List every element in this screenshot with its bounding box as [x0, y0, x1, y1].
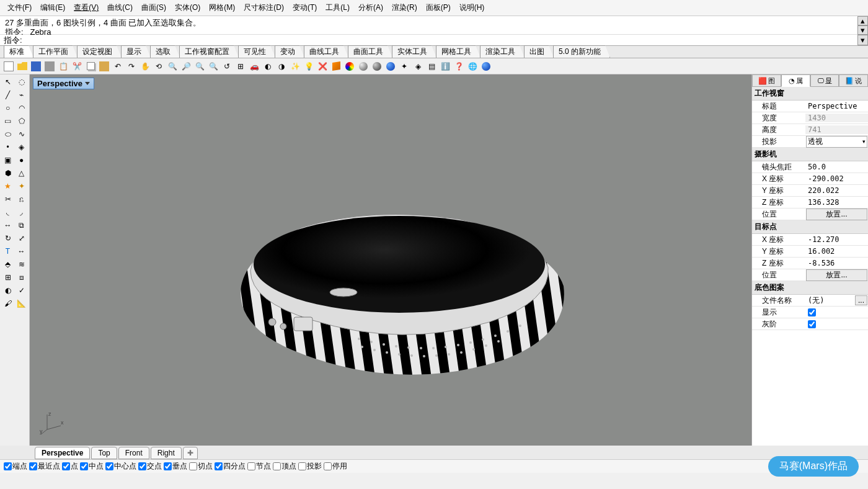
osnap-end[interactable]: 端点 [4, 461, 27, 472]
fillet-icon[interactable]: ◟ [1, 206, 14, 218]
osnap-point[interactable]: 点 [62, 461, 78, 472]
named-cplane-icon[interactable]: ◐ [262, 60, 274, 73]
command-dropdown[interactable]: ▾ [857, 35, 868, 45]
paint-icon[interactable]: 🖌 [1, 297, 14, 310]
ellipse-icon[interactable]: ⬭ [1, 128, 14, 140]
vtab-add[interactable]: ✚ [183, 447, 198, 459]
copy-icon[interactable] [84, 60, 97, 73]
prop-camz-value[interactable]: 136.328 [805, 198, 868, 207]
join-icon[interactable]: ✦ [15, 180, 28, 192]
menu-curve[interactable]: 曲线(C) [103, 1, 137, 15]
pan-icon[interactable]: ✋ [139, 60, 151, 73]
4view-icon[interactable]: ⊞ [234, 60, 247, 73]
open-icon[interactable] [16, 60, 29, 73]
tab-setview[interactable]: 设定视图 [77, 45, 122, 58]
prop-ty-value[interactable]: 16.002 [805, 247, 868, 256]
ghosted-icon[interactable] [371, 60, 383, 73]
zoom-icon[interactable]: 🔍 [166, 60, 179, 73]
menu-solid[interactable]: 实体(O) [170, 1, 205, 15]
browse-file-button[interactable]: ... [855, 295, 867, 305]
osnap-tan[interactable]: 切点 [189, 461, 213, 472]
panel-tab-display[interactable]: 🖵显 [810, 74, 839, 87]
lasso-icon[interactable]: ◌ [15, 76, 28, 88]
menu-transform[interactable]: 变动(T) [288, 1, 321, 15]
osnap-quad[interactable]: 四分点 [215, 461, 246, 472]
viewport-perspective[interactable]: Perspective [30, 74, 751, 446]
env-icon[interactable]: ◈ [412, 60, 424, 73]
tab-cplanes[interactable]: 工作平面 [33, 45, 78, 58]
doc-props-icon[interactable]: 📋 [57, 60, 69, 73]
zoom-window-icon[interactable]: 🔍 [193, 60, 206, 73]
redo-icon[interactable]: ↷ [125, 60, 138, 73]
tab-vplayout[interactable]: 工作视窗配置 [179, 45, 239, 58]
undo-view-icon[interactable]: ↺ [221, 60, 233, 73]
save-icon[interactable] [30, 60, 42, 73]
box-icon[interactable]: ▣ [1, 154, 14, 166]
osnap-disable[interactable]: 停用 [324, 461, 347, 472]
cplane-icon[interactable]: 🚗 [248, 60, 260, 73]
curve-icon[interactable]: ∿ [15, 128, 28, 140]
prop-camy-value[interactable]: 220.022 [805, 186, 868, 195]
menu-tools[interactable]: 工具(L) [321, 1, 354, 15]
tab-display[interactable]: 显示 [121, 45, 151, 58]
zoom-selected-icon[interactable]: 🔍 [207, 60, 219, 73]
viewport-title[interactable]: Perspective [33, 78, 94, 89]
circle-icon[interactable]: ○ [1, 102, 14, 114]
render-preview-icon[interactable] [330, 60, 342, 73]
scale-icon[interactable]: ⤢ [15, 232, 28, 244]
tab-transform[interactable]: 变动 [275, 45, 304, 58]
render-icon[interactable] [343, 60, 356, 73]
history-scroll-up[interactable]: ▴ [857, 16, 868, 25]
rotate-tool-icon[interactable]: ↻ [1, 232, 14, 244]
prop-show-checkbox[interactable] [808, 308, 816, 316]
osnap-int[interactable]: 交点 [138, 461, 162, 472]
tab-newv5[interactable]: 5.0 的新功能 [553, 45, 610, 58]
rendered-icon[interactable] [384, 60, 397, 73]
spotlight-icon[interactable]: ✦ [398, 60, 410, 73]
command-line[interactable]: 指令: ▾ [0, 35, 868, 46]
tab-curvetools[interactable]: 曲线工具 [304, 45, 348, 58]
line-icon[interactable]: ╱ [1, 89, 14, 101]
array-icon[interactable]: ⊞ [1, 271, 14, 284]
split-icon[interactable]: ⎌ [15, 193, 28, 205]
rotate-icon[interactable]: ⟲ [153, 60, 165, 73]
trim-icon[interactable]: ✂ [1, 193, 14, 205]
tab-solidtools[interactable]: 实体工具 [392, 45, 436, 58]
osnap-vertex[interactable]: 顶点 [273, 461, 296, 472]
arc-icon[interactable]: ◠ [15, 102, 28, 114]
tab-meshtools[interactable]: 网格工具 [436, 45, 480, 58]
dim-icon[interactable]: ↔ [15, 245, 28, 258]
move-icon[interactable]: ↔ [1, 219, 14, 231]
tab-drafting[interactable]: 出图 [524, 45, 554, 58]
help-icon[interactable]: ❓ [453, 60, 465, 73]
chamfer-icon[interactable]: ◞ [15, 206, 28, 218]
tab-standard[interactable]: 标准 [4, 45, 33, 58]
boolean-icon[interactable]: ◐ [1, 284, 14, 297]
set-cplane-icon[interactable]: ◑ [275, 60, 288, 73]
panel-tab-properties[interactable]: ◔属 [781, 74, 810, 87]
pointer-icon[interactable]: ↖ [1, 76, 14, 88]
menu-panels[interactable]: 面板(P) [422, 1, 455, 15]
cut-icon[interactable]: ✂️ [71, 60, 83, 73]
vtab-front[interactable]: Front [118, 447, 149, 459]
sphere-icon[interactable]: ● [15, 154, 28, 166]
print-icon[interactable] [43, 60, 56, 73]
copy-tool-icon[interactable]: ⧉ [15, 219, 28, 231]
menu-surface[interactable]: 曲面(S) [137, 1, 170, 15]
place-target-button[interactable]: 放置... [806, 269, 867, 281]
osnap-cen[interactable]: 中心点 [105, 461, 136, 472]
vtab-perspective[interactable]: Perspective [35, 447, 90, 459]
prop-lens-value[interactable]: 50.0 [805, 163, 868, 171]
polyline-icon[interactable]: ⌁ [15, 89, 28, 101]
tab-visibility[interactable]: 可见性 [238, 45, 275, 58]
menu-edit[interactable]: 编辑(E) [36, 1, 69, 15]
measure-icon[interactable]: 📐 [15, 297, 28, 310]
group-icon[interactable]: ⧈ [15, 271, 28, 284]
osnap-project[interactable]: 投影 [298, 461, 322, 472]
loft-icon[interactable]: ≋ [15, 258, 28, 271]
tab-rendertools[interactable]: 渲染工具 [480, 45, 525, 58]
panel-tab-layers[interactable]: 🟥图 [752, 74, 781, 87]
prop-projection-select[interactable]: 透视 [806, 136, 867, 148]
prop-camx-value[interactable]: -290.002 [805, 174, 868, 183]
prop-title-value[interactable]: Perspective [805, 102, 868, 110]
